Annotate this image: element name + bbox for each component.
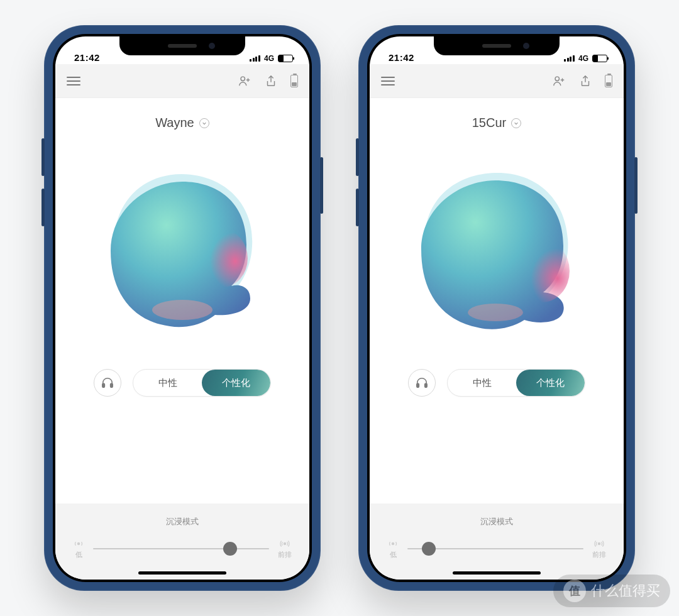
- mode-segment: 中性 个性化: [133, 369, 271, 397]
- device-battery-icon[interactable]: [605, 75, 612, 87]
- network-label: 4G: [264, 54, 274, 63]
- profile-name: Wayne: [155, 116, 194, 130]
- share-icon[interactable]: [578, 74, 592, 88]
- sound-profile-visual: [370, 136, 624, 363]
- mode-neutral[interactable]: 中性: [133, 370, 202, 396]
- mode-neutral[interactable]: 中性: [448, 370, 516, 396]
- slider-low-cap: 低: [73, 539, 84, 558]
- svg-rect-10: [417, 383, 419, 387]
- mode-personalized[interactable]: 个性化: [516, 370, 585, 396]
- svg-point-8: [514, 239, 570, 302]
- slider-low-cap: 低: [387, 539, 399, 558]
- slider-high-cap: 前排: [278, 539, 292, 558]
- svg-point-9: [468, 304, 523, 321]
- home-indicator[interactable]: [138, 571, 226, 575]
- signal-icon: [564, 55, 575, 62]
- svg-point-12: [392, 542, 395, 546]
- immersion-panel: 沉浸模式 低 前排: [370, 503, 624, 580]
- device-battery-icon[interactable]: [290, 75, 298, 87]
- phone-mockup: 21:42 4G 15Cur: [358, 25, 635, 591]
- headphone-button[interactable]: [94, 369, 121, 397]
- menu-icon[interactable]: [381, 77, 395, 85]
- slider-high-cap: 前排: [592, 539, 606, 558]
- headphone-button[interactable]: [408, 369, 436, 397]
- battery-icon: [592, 55, 607, 62]
- status-time: 21:42: [389, 52, 414, 63]
- svg-point-1: [197, 229, 248, 287]
- home-indicator[interactable]: [453, 571, 541, 575]
- menu-icon[interactable]: [67, 77, 80, 85]
- status-time: 21:42: [74, 52, 100, 63]
- sound-profile-visual: [55, 136, 309, 363]
- svg-rect-3: [102, 383, 105, 387]
- slider-thumb[interactable]: [223, 542, 237, 556]
- svg-point-0: [241, 77, 245, 80]
- svg-point-6: [284, 542, 287, 546]
- chevron-down-icon: [511, 118, 521, 128]
- phone-mockup: 21:42 4G Wayne: [44, 25, 321, 591]
- app-header: [370, 64, 624, 98]
- immersion-slider[interactable]: [407, 548, 583, 549]
- svg-point-7: [555, 77, 559, 80]
- app-header: [55, 64, 309, 98]
- mode-personalized[interactable]: 个性化: [202, 370, 270, 396]
- svg-rect-4: [111, 383, 113, 387]
- watermark: 值 什么值得买: [553, 575, 670, 607]
- battery-icon: [278, 55, 293, 62]
- svg-point-2: [152, 300, 213, 320]
- profile-name: 15Cur: [472, 116, 506, 130]
- svg-rect-11: [425, 383, 428, 387]
- add-user-icon[interactable]: [238, 74, 251, 88]
- immersion-panel: 沉浸模式 低 前排: [55, 503, 309, 580]
- slider-thumb[interactable]: [422, 542, 436, 556]
- add-user-icon[interactable]: [552, 74, 566, 88]
- profile-selector[interactable]: 15Cur: [370, 116, 624, 130]
- profile-selector[interactable]: Wayne: [55, 116, 309, 130]
- watermark-text: 什么值得买: [591, 581, 660, 600]
- watermark-badge: 值: [563, 580, 586, 602]
- immersion-title: 沉浸模式: [387, 516, 606, 527]
- svg-point-13: [598, 542, 601, 546]
- network-label: 4G: [578, 54, 588, 63]
- immersion-slider[interactable]: [93, 548, 269, 549]
- immersion-title: 沉浸模式: [73, 516, 292, 527]
- share-icon[interactable]: [264, 74, 278, 88]
- svg-point-5: [77, 542, 80, 546]
- signal-icon: [250, 55, 260, 62]
- mode-segment: 中性 个性化: [447, 369, 585, 397]
- chevron-down-icon: [199, 118, 209, 128]
